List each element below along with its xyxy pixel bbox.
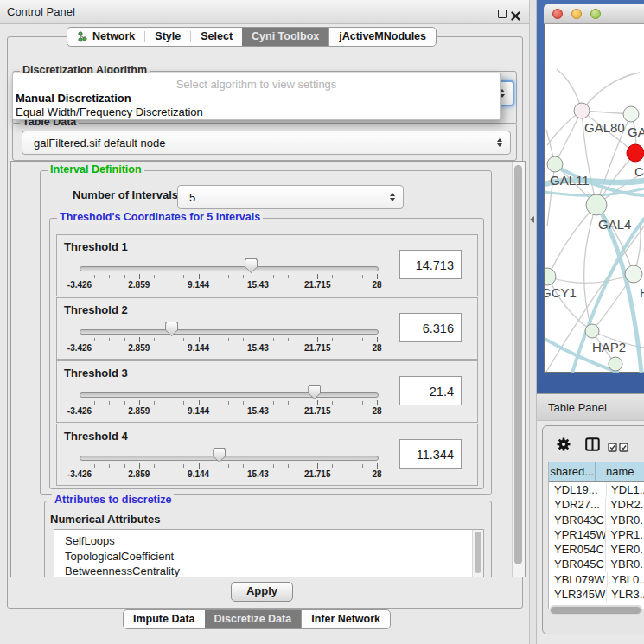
tab-style[interactable]: Style [145,28,190,46]
node-gcy1[interactable] [545,268,556,285]
cell-name[interactable]: YER0... [606,542,644,557]
list-scrollbar-thumb[interactable] [475,532,481,573]
column-header-shared[interactable]: shared... [549,462,596,481]
network-window-titlebar[interactable] [544,4,644,24]
cell-shared-name[interactable]: YBL079W [549,572,608,587]
divider-collapse-icon[interactable] [530,216,534,223]
tab-jactivemnodules-label: jActiveMNodules [339,28,426,46]
attributes-group-title: Attributes to discretize [52,494,174,507]
table-horizontal-scrollbar[interactable] [550,605,642,615]
list-scrollbar[interactable] [472,530,483,577]
table-row[interactable]: YER054CYER0... [549,542,644,557]
popup-option-equal-width-frequency[interactable]: Equal Width/Frequency Discretization [16,105,203,118]
cell-name[interactable]: YDR2... [606,497,644,512]
table-row[interactable]: YBL079WYBL0... [549,572,644,587]
tab-infer-network[interactable]: Infer Network [301,610,390,628]
top-tab-bar: Network Style Select Cyni Toolbox jActiv… [67,27,437,47]
interval-definition-title: Interval Definition [48,163,144,176]
threshold-1-slider-handle[interactable] [245,258,258,273]
tab-cyni-toolbox[interactable]: Cyni Toolbox [242,28,328,46]
settings-scrollbar[interactable] [512,162,525,577]
window-close-icon[interactable] [552,9,563,19]
cell-name[interactable]: YBR0... [606,513,644,527]
network-canvas[interactable]: GAL80 GA C GAL11 GAL4 GCY1 H HAP2 [545,23,644,373]
window-zoom-icon[interactable] [590,9,601,19]
checkbox-icon[interactable] [608,440,617,456]
cell-shared-name[interactable]: YER054C [549,542,606,557]
table-horizontal-scrollbar-thumb[interactable] [551,607,641,614]
combo-stepper-icon [390,193,395,201]
tab-network[interactable]: Network [67,28,144,46]
table-row[interactable]: YPR145WYPR1... [549,527,644,542]
node-gal11[interactable] [547,156,563,172]
network-nodes[interactable] [545,103,644,371]
cell-shared-name[interactable]: YBR045C [549,557,606,571]
table-data-combo[interactable]: galFiltered.sif default node [22,131,511,155]
number-of-intervals-combo[interactable]: 5 [177,185,404,209]
node-h[interactable] [625,265,642,283]
threshold-1-value-field[interactable]: 14.713 [399,250,462,279]
tab-jactivemnodules[interactable]: jActiveMNodules [328,28,436,46]
number-of-intervals-value: 5 [178,191,195,204]
panel-divider[interactable] [529,0,537,644]
table-row[interactable]: YDL19...YDL1... [549,482,644,497]
float-window-icon[interactable] [498,10,507,18]
checkbox-icon[interactable] [619,440,628,456]
table-panel-title: Table Panel [548,401,607,414]
cell-shared-name[interactable]: YDL19... [549,482,607,497]
threshold-4-value-field[interactable]: 11.344 [399,439,462,469]
settings-scrollbar-thumb[interactable] [514,165,522,564]
numerical-attributes-list[interactable]: SelfLoopsTopologicalCoefficientBetweenne… [54,529,484,577]
table-data-combo-value: galFiltered.sif default node [22,137,165,150]
attribute-item[interactable]: BetweennessCentrality [54,564,483,577]
popup-option-manual-discretization[interactable]: Manual Discretization [16,92,131,105]
attribute-item[interactable]: TopologicalCoefficient [54,549,483,564]
tab-select[interactable]: Select [191,28,242,46]
cell-name[interactable]: YPR1... [606,527,644,542]
tab-discretize-data-label: Discretize Data [214,610,292,628]
threshold-2-slider-handle[interactable] [165,322,178,336]
node-selected-red[interactable] [627,144,644,162]
threshold-4-label: Threshold 4 [64,430,128,443]
cell-name[interactable]: YDL1... [607,482,644,497]
cell-name[interactable]: YBR0... [606,557,644,571]
threshold-2-value-field[interactable]: 6.316 [399,313,462,342]
tab-impute-data-label: Impute Data [133,610,195,628]
table-row[interactable]: YBR043CYBR0... [549,513,644,527]
table-row[interactable]: YLR345WYLR3... [549,587,644,602]
column-header-name[interactable]: name [596,462,644,481]
cell-shared-name[interactable]: YBR043C [549,513,606,527]
node-gal80[interactable] [574,103,590,118]
window-minimize-icon[interactable] [571,9,582,19]
node-top-right[interactable] [623,106,639,122]
slider-ticks [80,274,377,280]
cell-shared-name[interactable]: YPR145W [549,527,606,542]
slider-scale: -3.4262.8599.14415.4321.71528 [80,406,377,417]
close-panel-icon[interactable] [511,9,520,18]
node-label-gcy1: GCY1 [545,285,577,300]
slider-ticks [80,337,377,343]
node-table: shared... name YDL19...YDL1...YDR27...YD… [548,462,644,609]
threshold-4-slider-handle[interactable] [213,448,226,462]
cell-name[interactable]: YBL0... [608,572,644,587]
tab-discretize-data[interactable]: Discretize Data [205,610,302,628]
threshold-3-value-field[interactable]: 21.4 [399,376,462,405]
table-row[interactable]: YBR045CYBR0... [549,557,644,571]
gear-icon[interactable] [556,437,571,456]
network-icon [77,31,88,42]
threshold-1-panel: Threshold 1 -3.4262.8599.14415.4321.7152… [56,234,478,296]
threshold-3-slider-handle[interactable] [308,385,321,399]
node-gal4[interactable] [586,194,607,215]
table-row[interactable]: YDR27...YDR2... [549,497,644,512]
column-layout-icon[interactable] [585,437,600,455]
cell-shared-name[interactable]: YDR27... [549,497,606,512]
node-label-c: C [634,164,644,179]
cell-shared-name[interactable]: YLR345W [549,587,607,602]
node-hap2[interactable] [585,324,599,338]
tab-impute-data[interactable]: Impute Data [124,610,205,628]
node-bottom[interactable] [609,357,622,371]
slider-scale: -3.4262.8599.14415.4321.71528 [80,280,377,290]
cell-name[interactable]: YLR3... [607,587,644,602]
apply-button[interactable]: Apply [231,582,293,602]
attribute-item[interactable]: SelfLoops [54,530,483,549]
